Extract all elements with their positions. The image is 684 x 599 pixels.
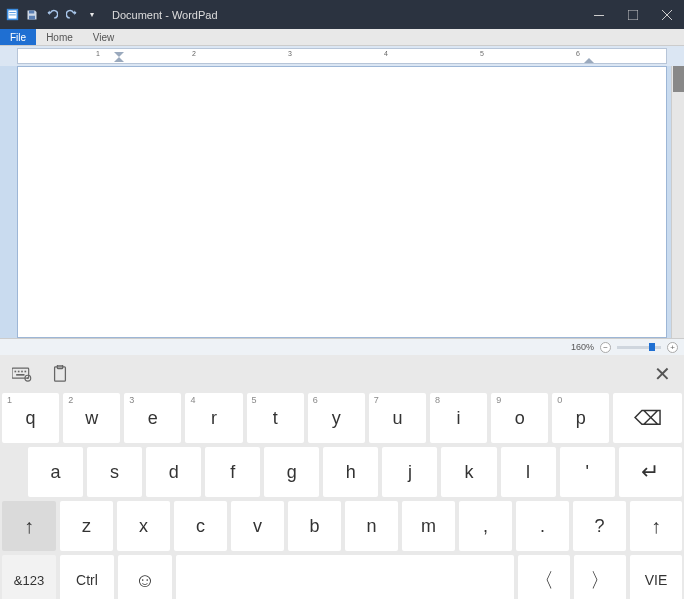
key-u[interactable]: 7u [369, 393, 426, 443]
key-n[interactable]: n [345, 501, 398, 551]
ruler-mark: 4 [384, 50, 388, 57]
svg-rect-5 [29, 15, 35, 19]
key-k[interactable]: k [441, 447, 496, 497]
window-controls [582, 0, 684, 29]
key-period[interactable]: . [516, 501, 569, 551]
zoom-in-button[interactable]: + [667, 342, 678, 353]
key-right-arrow[interactable]: 〉 [574, 555, 626, 599]
key-e[interactable]: 3e [124, 393, 181, 443]
ruler-mark: 2 [192, 50, 196, 57]
indent-marker-icon[interactable] [114, 48, 124, 64]
key-c[interactable]: c [174, 501, 227, 551]
svg-rect-14 [21, 371, 23, 373]
key-b[interactable]: b [288, 501, 341, 551]
clipboard-icon[interactable] [50, 364, 70, 384]
svg-rect-7 [628, 10, 638, 20]
key-a[interactable]: a [28, 447, 83, 497]
key-left-arrow[interactable]: 〈 [518, 555, 570, 599]
minimize-button[interactable] [582, 0, 616, 29]
svg-rect-6 [594, 15, 604, 16]
quick-access-toolbar: ▾ [0, 7, 104, 23]
key-enter[interactable]: ↵ [619, 447, 682, 497]
osk-close-button[interactable]: ✕ [652, 364, 672, 384]
right-indent-marker-icon[interactable] [584, 57, 594, 64]
key-ctrl[interactable]: Ctrl [60, 555, 114, 599]
close-button[interactable] [650, 0, 684, 29]
svg-rect-3 [9, 15, 16, 16]
keyboard-settings-icon[interactable] [12, 364, 32, 384]
key-i[interactable]: 8i [430, 393, 487, 443]
key-y[interactable]: 6y [308, 393, 365, 443]
title-bar: ▾ Document - WordPad [0, 0, 684, 29]
osk-row-1: 1q 2w 3e 4r 5t 6y 7u 8i 9o 0p ⌫ [2, 393, 682, 443]
key-l[interactable]: l [501, 447, 556, 497]
key-comma[interactable]: , [459, 501, 512, 551]
key-p[interactable]: 0p [552, 393, 609, 443]
key-g[interactable]: g [264, 447, 319, 497]
key-z[interactable]: z [60, 501, 113, 551]
ruler-mark: 6 [576, 50, 580, 57]
svg-point-18 [27, 377, 29, 379]
key-o[interactable]: 9o [491, 393, 548, 443]
document-page[interactable] [17, 66, 667, 338]
svg-rect-15 [25, 371, 27, 373]
key-question[interactable]: ? [573, 501, 626, 551]
svg-rect-2 [9, 12, 16, 13]
scrollbar-thumb[interactable] [673, 66, 684, 92]
key-numbers[interactable]: &123 [2, 555, 56, 599]
osk-toolbar: ✕ [0, 355, 684, 393]
ruler-area: 1 2 3 4 5 6 [0, 46, 684, 66]
qat-dropdown-icon[interactable]: ▾ [84, 7, 100, 23]
svg-rect-16 [16, 374, 24, 376]
save-icon[interactable] [24, 7, 40, 23]
osk-row-2: a s d f g h j k l ' ↵ [2, 447, 682, 497]
osk-row-3: ↑ z x c v b n m , . ? ↑ [2, 501, 682, 551]
key-shift-left[interactable]: ↑ [2, 501, 56, 551]
key-q[interactable]: 1q [2, 393, 59, 443]
key-r[interactable]: 4r [185, 393, 242, 443]
svg-rect-11 [12, 368, 29, 378]
key-x[interactable]: x [117, 501, 170, 551]
svg-rect-4 [29, 10, 34, 13]
key-backspace[interactable]: ⌫ [613, 393, 682, 443]
key-m[interactable]: m [402, 501, 455, 551]
key-s[interactable]: s [87, 447, 142, 497]
tab-view[interactable]: View [83, 29, 125, 45]
zoom-slider[interactable] [617, 346, 661, 349]
key-j[interactable]: j [382, 447, 437, 497]
key-apostrophe[interactable]: ' [560, 447, 615, 497]
window-title: Document - WordPad [112, 9, 218, 21]
redo-icon[interactable] [64, 7, 80, 23]
vertical-scrollbar[interactable] [671, 66, 684, 338]
zoom-out-button[interactable]: − [600, 342, 611, 353]
svg-marker-8 [114, 52, 124, 57]
svg-marker-10 [584, 58, 594, 63]
tab-home[interactable]: Home [36, 29, 83, 45]
undo-icon[interactable] [44, 7, 60, 23]
on-screen-keyboard: ✕ 1q 2w 3e 4r 5t 6y 7u 8i 9o 0p ⌫ a s d … [0, 355, 684, 599]
key-space[interactable] [176, 555, 514, 599]
key-d[interactable]: d [146, 447, 201, 497]
ruler-mark: 3 [288, 50, 292, 57]
key-h[interactable]: h [323, 447, 378, 497]
key-shift-right[interactable]: ↑ [630, 501, 682, 551]
status-bar: 160% − + [0, 338, 684, 355]
svg-marker-9 [114, 57, 124, 62]
ruler[interactable]: 1 2 3 4 5 6 [17, 48, 667, 64]
ruler-mark: 5 [480, 50, 484, 57]
osk-row-4: &123 Ctrl ☺ 〈 〉 VIE [2, 555, 682, 599]
maximize-button[interactable] [616, 0, 650, 29]
zoom-level: 160% [571, 342, 594, 352]
key-emoji[interactable]: ☺ [118, 555, 172, 599]
key-w[interactable]: 2w [63, 393, 120, 443]
ribbon-tabs: File Home View [0, 29, 684, 46]
key-language[interactable]: VIE [630, 555, 682, 599]
key-v[interactable]: v [231, 501, 284, 551]
key-t[interactable]: 5t [247, 393, 304, 443]
svg-rect-12 [15, 371, 17, 373]
tab-file[interactable]: File [0, 29, 36, 45]
document-area [0, 66, 684, 338]
zoom-slider-knob[interactable] [649, 343, 655, 351]
ruler-mark: 1 [96, 50, 100, 57]
key-f[interactable]: f [205, 447, 260, 497]
